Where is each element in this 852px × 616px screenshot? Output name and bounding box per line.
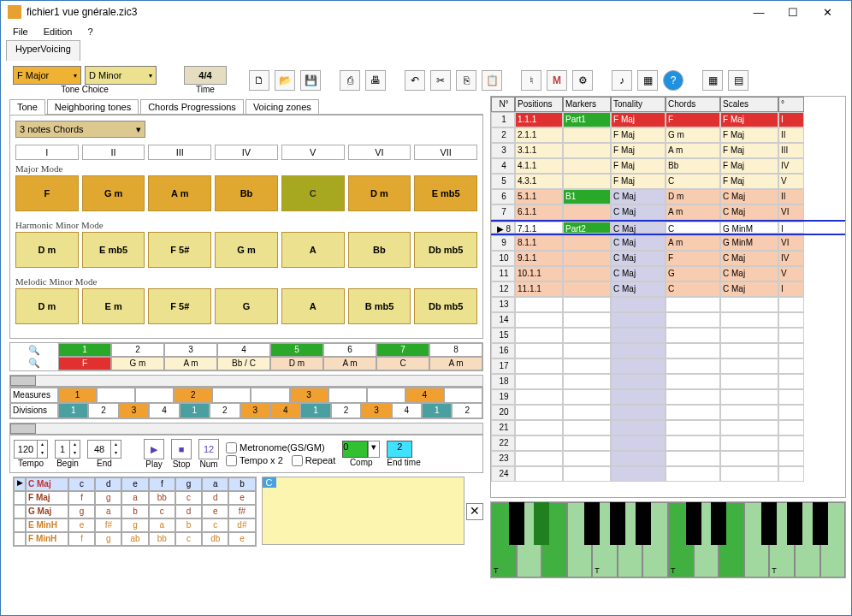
measure-cell[interactable]	[135, 388, 174, 403]
chord-cell[interactable]: D m	[15, 232, 79, 268]
measure-cell[interactable]: 4	[405, 388, 444, 403]
grid-header[interactable]: N°	[491, 97, 515, 112]
chord-cell[interactable]: F	[15, 175, 79, 211]
play-button[interactable]: ▶	[144, 439, 164, 459]
paste-button[interactable]: 📋	[482, 70, 502, 91]
minimize-button[interactable]: —	[742, 6, 776, 19]
endtime-value[interactable]: 2	[387, 441, 412, 458]
piano-view[interactable]: TTTT	[490, 501, 846, 578]
seq-num[interactable]: 6	[323, 343, 376, 357]
chord-cell[interactable]: A	[281, 232, 345, 268]
roman-IV[interactable]: IV	[215, 145, 278, 160]
close-button[interactable]: ✕	[810, 6, 844, 19]
grid-row[interactable]: 16	[491, 343, 845, 358]
save-button[interactable]: 💾	[300, 70, 321, 91]
chord-cell[interactable]: D m	[348, 175, 411, 211]
print-button[interactable]: 🖶	[365, 70, 386, 91]
tool-notes[interactable]: ♮	[521, 70, 541, 91]
comp-value[interactable]: 0	[342, 441, 368, 458]
chord-cell[interactable]: B mb5	[348, 288, 411, 324]
export-button[interactable]: ⎙	[340, 70, 360, 91]
stop-button[interactable]: ■	[171, 439, 192, 459]
subtab-progressions[interactable]: Chords Progressions	[140, 99, 244, 114]
seq-num[interactable]: 1	[58, 343, 111, 357]
seq-chord[interactable]: G m	[111, 357, 164, 370]
roman-II[interactable]: II	[82, 145, 145, 160]
tool-grid1[interactable]: ▦	[702, 70, 723, 91]
grid-row[interactable]: 22.1.1F MajG mF MajII	[491, 127, 845, 143]
chord-cell[interactable]: E mb5	[82, 232, 145, 268]
chord-cell[interactable]: Db mb5	[414, 288, 477, 324]
subtab-tone[interactable]: Tone	[9, 99, 45, 115]
chord-name[interactable]: C Maj	[26, 477, 68, 491]
grid-row[interactable]: 65.1.1B1C MajD mC MajII	[491, 189, 845, 204]
subtab-neighboring[interactable]: Neighboring tones	[47, 99, 139, 114]
seq-scrollbar[interactable]	[9, 375, 483, 387]
grid-row[interactable]: 1211.1.1C MajCC MajI	[491, 281, 845, 297]
measure-cell[interactable]: 1	[58, 388, 97, 403]
chord-cell[interactable]: C	[281, 175, 345, 211]
grid-row[interactable]: 54.3.1F MajCF MajV	[491, 174, 845, 189]
grid-row[interactable]: 1110.1.1C MajGC MajV	[491, 266, 845, 281]
tab-hypervoicing[interactable]: HyperVoicing	[6, 40, 80, 61]
roman-III[interactable]: III	[148, 145, 211, 160]
measure-cell[interactable]: 3	[290, 388, 328, 403]
division-cell[interactable]: 1	[300, 403, 330, 418]
division-cell[interactable]: 4	[149, 403, 179, 418]
grid-row[interactable]: 19	[491, 389, 845, 405]
seq-num[interactable]: 2	[111, 343, 164, 357]
chord-type-combo[interactable]: 3 notes Chords▾	[15, 121, 145, 138]
maximize-button[interactable]: ☐	[776, 6, 810, 19]
grid-row[interactable]: 109.1.1C MajFC MajIV	[491, 251, 845, 266]
grid-row[interactable]: 22	[491, 435, 845, 451]
repeat-checkbox[interactable]: Repeat	[292, 455, 335, 466]
minor-combo[interactable]: D Minor▾	[85, 66, 157, 85]
division-cell[interactable]: 4	[270, 403, 300, 418]
grid-row[interactable]: 18	[491, 374, 845, 389]
open-button[interactable]: 📂	[275, 70, 295, 91]
copy-button[interactable]: ⎘	[456, 70, 476, 91]
grid-row[interactable]: 23	[491, 451, 845, 466]
menu-help[interactable]: ?	[87, 27, 92, 37]
seq-chord[interactable]: Bb / C	[217, 357, 270, 370]
grid-row[interactable]: 24	[491, 466, 845, 482]
grid-row[interactable]: 15	[491, 328, 845, 343]
division-cell[interactable]: 1	[58, 403, 88, 418]
chord-cell[interactable]: F 5#	[148, 288, 211, 324]
cut-button[interactable]: ✂	[430, 70, 451, 91]
piano-black-key[interactable]	[636, 502, 651, 545]
grid-header[interactable]: °	[778, 97, 804, 112]
grid-header[interactable]: Scales	[720, 97, 778, 112]
roman-I[interactable]: I	[15, 145, 79, 160]
chord-cell[interactable]: Bb	[348, 232, 411, 268]
tool-piano-icon[interactable]: ▦	[637, 70, 658, 91]
piano-black-key[interactable]	[711, 502, 726, 545]
menu-file[interactable]: File	[13, 27, 28, 37]
roman-V[interactable]: V	[281, 145, 345, 160]
measure-cell[interactable]	[251, 388, 289, 403]
division-cell[interactable]: 2	[452, 403, 482, 418]
seq-chord[interactable]: D m	[270, 357, 323, 370]
zoom-in-icon[interactable]: 🔍	[28, 358, 40, 369]
seq-chord[interactable]: A m	[429, 357, 482, 370]
undo-button[interactable]: ↶	[405, 70, 425, 91]
division-cell[interactable]: 2	[88, 403, 118, 418]
tempo-input[interactable]: ▴▾	[14, 440, 48, 459]
division-cell[interactable]: 2	[331, 403, 361, 418]
seq-num[interactable]: 5	[270, 343, 323, 357]
chord-cell[interactable]: E mb5	[414, 175, 477, 211]
zoom-out-icon[interactable]: 🔍	[28, 345, 40, 356]
seq-num[interactable]: 3	[164, 343, 217, 357]
measure-cell[interactable]	[97, 388, 135, 403]
seq-chord[interactable]: A m	[323, 357, 376, 370]
chord-name[interactable]: F Maj	[26, 491, 68, 505]
chord-cell[interactable]: D m	[15, 288, 79, 324]
chord-cell[interactable]: G m	[215, 232, 278, 268]
help-button[interactable]: ?	[663, 70, 683, 91]
tool-grid2[interactable]: ▤	[728, 70, 748, 91]
chord-cell[interactable]: F 5#	[148, 232, 211, 268]
end-input[interactable]: ▴▾	[87, 440, 121, 459]
begin-input[interactable]: ▴▾	[55, 440, 80, 459]
seq-num[interactable]: 7	[376, 343, 429, 357]
grid-header[interactable]: Chords	[666, 97, 720, 112]
